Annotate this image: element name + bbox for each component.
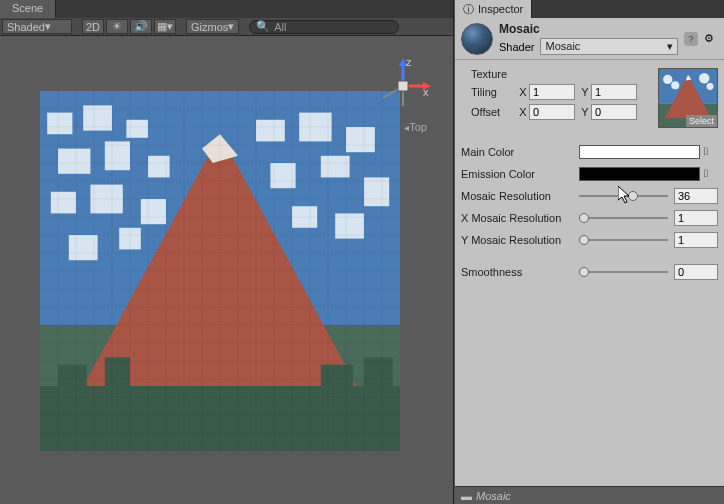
x-mosaic-slider[interactable] [579, 211, 668, 225]
main-color-label: Main Color [461, 146, 579, 158]
svg-rect-13 [256, 120, 285, 142]
material-header: Mosaic Shader Mosaic▾ ? ⚙ [455, 18, 724, 60]
svg-rect-18 [364, 177, 389, 206]
smoothness-input[interactable] [674, 264, 718, 280]
material-name: Mosaic [499, 22, 678, 36]
tiling-x-input[interactable] [529, 84, 575, 100]
inspector-tab[interactable]: ⓘInspector [455, 0, 532, 18]
svg-rect-4 [47, 113, 72, 135]
offset-label: Offset [471, 106, 517, 118]
info-icon: ⓘ [463, 2, 474, 17]
svg-rect-25 [105, 357, 130, 393]
shading-mode-dropdown[interactable]: Shaded▾ [2, 19, 72, 34]
mosaic-res-slider[interactable] [579, 189, 668, 203]
eyedropper-icon[interactable]: 𖤓 [704, 167, 718, 181]
texture-select-button[interactable]: Select [686, 115, 717, 127]
y-mosaic-label: Y Mosaic Resolution [461, 234, 579, 246]
shader-label: Shader [499, 41, 534, 53]
inspector-tab-bar: ⓘInspector [455, 0, 724, 18]
svg-rect-74 [398, 81, 408, 91]
svg-rect-17 [321, 156, 350, 178]
svg-point-81 [699, 73, 709, 83]
x-label: X [517, 86, 529, 98]
y-label: Y [579, 86, 591, 98]
scene-tab-bar: Scene [0, 0, 453, 18]
svg-rect-8 [105, 141, 130, 170]
texture-label: Texture [471, 68, 658, 80]
svg-rect-27 [364, 357, 393, 393]
svg-point-82 [707, 83, 714, 90]
scene-search-input[interactable]: 🔍All [249, 20, 399, 34]
inspector-body: Texture Tiling X Y Offset X Y [455, 60, 724, 281]
audio-toggle-icon[interactable]: 🔊 [130, 19, 152, 34]
fx-toggle-icon[interactable]: ▦▾ [154, 19, 176, 34]
lighting-toggle-icon[interactable]: ☀ [106, 19, 128, 34]
smoothness-label: Smoothness [461, 266, 579, 278]
shader-dropdown[interactable]: Mosaic▾ [540, 38, 678, 55]
orientation-label: ◂Top [404, 121, 427, 133]
svg-rect-10 [51, 192, 76, 214]
scene-toolbar: Shaded▾ 2D ☀ 🔊 ▦▾ Gizmos▾ 🔍All [0, 18, 453, 36]
tiling-label: Tiling [471, 86, 517, 98]
eyedropper-icon[interactable]: 𖤓 [704, 145, 718, 159]
svg-point-80 [671, 81, 679, 89]
offset-x-input[interactable] [529, 104, 575, 120]
svg-text:x: x [423, 86, 429, 98]
settings-gear-icon[interactable]: ⚙ [704, 32, 718, 46]
scene-panel: Scene Shaded▾ 2D ☀ 🔊 ▦▾ Gizmos▾ 🔍All [0, 0, 454, 504]
svg-point-79 [663, 75, 672, 84]
material-preview-sphere-icon [461, 23, 493, 55]
svg-rect-7 [58, 149, 90, 174]
scene-viewport[interactable]: z x ◂Top [0, 36, 453, 504]
texture-thumbnail[interactable]: Select [658, 68, 718, 128]
svg-text:z: z [406, 56, 412, 68]
view-2d-toggle[interactable]: 2D [82, 19, 104, 34]
emission-color-label: Emission Color [461, 168, 579, 180]
mosaic-res-label: Mosaic Resolution [461, 190, 579, 202]
scene-object-quad[interactable] [40, 91, 400, 451]
y-mosaic-input[interactable] [674, 232, 718, 248]
material-preview-bar[interactable]: ▬ Mosaic [455, 486, 724, 504]
y-mosaic-slider[interactable] [579, 233, 668, 247]
offset-y-input[interactable] [591, 104, 637, 120]
smoothness-slider[interactable] [579, 265, 668, 279]
svg-rect-19 [69, 235, 98, 260]
x-mosaic-label: X Mosaic Resolution [461, 212, 579, 224]
main-color-swatch[interactable] [579, 145, 700, 159]
orientation-gizmo[interactable]: z x [373, 56, 433, 116]
tiling-y-input[interactable] [591, 84, 637, 100]
gizmos-dropdown[interactable]: Gizmos▾ [186, 19, 239, 34]
help-icon[interactable]: ? [684, 32, 698, 46]
inspector-panel: ⓘInspector Mosaic Shader Mosaic▾ ? ⚙ Tex… [454, 0, 724, 504]
svg-rect-12 [141, 199, 166, 224]
mosaic-res-input[interactable] [674, 188, 718, 204]
svg-rect-15 [346, 127, 375, 152]
scene-tab[interactable]: Scene [0, 0, 56, 18]
x-mosaic-input[interactable] [674, 210, 718, 226]
emission-color-swatch[interactable] [579, 167, 700, 181]
